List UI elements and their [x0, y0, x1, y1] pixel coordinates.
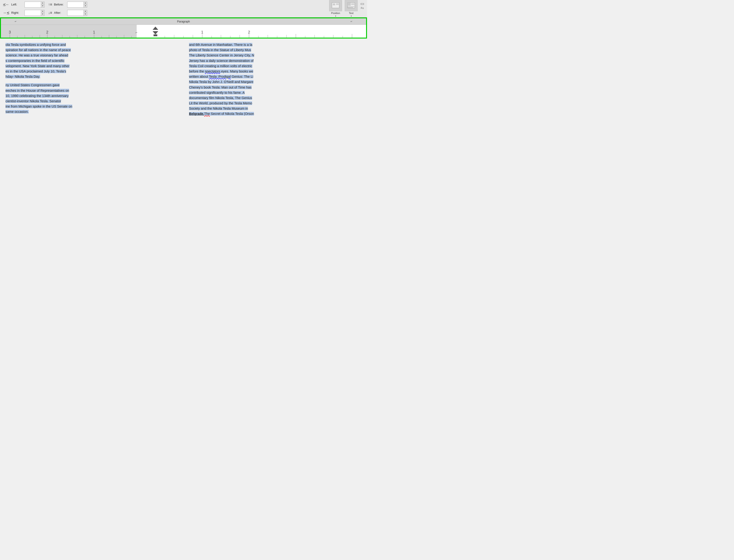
left-selected-text-2: ny United States Congressmen gave eeches… [6, 83, 72, 114]
svg-rect-10 [1, 25, 137, 38]
right-indent-input[interactable]: 0" [25, 10, 41, 16]
indent-group: ≾← Left: 0" ▲ ▼ →≾ Right: 0" ▲ ▼ [3, 1, 44, 17]
after-spacing-up[interactable]: ▲ [84, 10, 87, 13]
after-spacing-row: ↓≡ After: 8 pt ▲ ▼ [48, 9, 87, 17]
svg-text:2: 2 [46, 30, 48, 34]
left-indent-up[interactable]: ▲ [41, 2, 44, 5]
right-para-1: and 6th Avenue in Manhattan. There is a … [189, 42, 361, 117]
doc-right-text: and 6th Avenue in Manhattan. There is a … [189, 42, 361, 117]
before-spacing-icon: ↑≡ [48, 3, 52, 7]
belgrade-text: Belgrade. [189, 112, 204, 116]
before-spacing-input[interactable]: 0 pt [67, 2, 83, 7]
right-indent-spinner-buttons: ▲ ▼ [41, 10, 44, 16]
right-indent-icon: →≾ [3, 11, 9, 15]
position-label: Position [331, 12, 340, 14]
after-spacing-down[interactable]: ▼ [84, 13, 87, 16]
ruler-container: ↵ Paragraph ↵ 3 2 1 [0, 17, 367, 39]
ruler-header-left-arrow: ↵ [15, 20, 17, 23]
spell-check-spectators: spectators [205, 69, 220, 73]
toolbar: ≾← Left: 0" ▲ ▼ →≾ Right: 0" ▲ ▼ [0, 0, 367, 17]
right-indent-down[interactable]: ▼ [41, 13, 44, 16]
before-spacing-down[interactable]: ▼ [84, 5, 87, 7]
after-label: After: [54, 11, 65, 14]
wrap-text-icon-placeholder [345, 0, 358, 11]
forward-object-icon: ▭ [360, 1, 364, 6]
left-para-2: ny United States Congressmen gave eeches… [6, 83, 178, 114]
right-indent-row: →≾ Right: 0" ▲ ▼ [3, 9, 44, 17]
spell-check-tesla-prodigal: Tesla :Prodigal [209, 75, 231, 78]
left-indent-label: Left: [11, 3, 23, 6]
ruler-bar[interactable]: 3 2 1 ⌐ [1, 25, 366, 38]
doc-right-column[interactable]: and 6th Avenue in Manhattan. There is a … [183, 42, 367, 274]
position-icon-placeholder [329, 0, 342, 11]
spell-check-the: The [204, 112, 210, 116]
left-indent-row: ≾← Left: 0" ▲ ▼ [3, 1, 44, 8]
svg-text:3: 3 [9, 30, 11, 34]
left-indent-spinner-buttons: ▲ ▼ [41, 2, 44, 7]
fo-label: Fo [361, 7, 364, 9]
after-spacing-icon: ↓≡ [48, 11, 52, 15]
left-indent-spinner[interactable]: 0" ▲ ▼ [25, 2, 44, 8]
svg-text:1: 1 [93, 30, 95, 34]
svg-rect-5 [348, 3, 351, 6]
left-indent-icon: ≾← [3, 2, 9, 7]
left-indent-input[interactable]: 0" [25, 2, 41, 7]
left-indent-down[interactable]: ▼ [41, 5, 44, 7]
after-spacing-spinner-buttons: ▲ ▼ [83, 10, 87, 16]
svg-text:1: 1 [201, 30, 203, 34]
svg-text:2: 2 [248, 30, 250, 34]
right-selected-text-1: and 6th Avenue in Manhattan. There is a … [189, 43, 254, 116]
svg-text:⌐: ⌐ [136, 30, 137, 34]
svg-rect-35 [153, 34, 157, 36]
doc-left-column[interactable]: ola Tesla symbolizes a unifying force an… [0, 42, 183, 274]
svg-rect-11 [137, 25, 366, 38]
paragraph-label: Paragraph [177, 20, 190, 23]
right-indent-spinner[interactable]: 0" ▲ ▼ [25, 10, 44, 16]
svg-rect-1 [333, 3, 335, 5]
before-spacing-row: ↑≡ Before: 0 pt ▲ ▼ [48, 1, 87, 8]
after-spacing-input[interactable]: 8 pt [67, 10, 83, 16]
ruler-svg: 3 2 1 ⌐ [1, 25, 366, 38]
before-spacing-spinner-buttons: ▲ ▼ [83, 2, 87, 7]
left-selected-text-1: ola Tesla symbolizes a unifying force an… [6, 43, 71, 78]
wrap-text-label: Text [349, 12, 353, 14]
before-spacing-spinner[interactable]: 0 pt ▲ ▼ [67, 2, 87, 8]
before-label: Before: [54, 3, 65, 6]
after-spacing-spinner[interactable]: 8 pt ▲ ▼ [67, 10, 87, 16]
right-indent-label: Right: [11, 11, 23, 14]
before-spacing-up[interactable]: ▲ [84, 2, 87, 5]
ruler-header: ↵ Paragraph ↵ [1, 18, 366, 25]
document-area: ola Tesla symbolizes a unifying force an… [0, 39, 367, 278]
ruler-header-right-arrow: ↵ [350, 20, 352, 23]
left-para-1: ola Tesla symbolizes a unifying force an… [6, 42, 178, 79]
right-indent-up[interactable]: ▲ [41, 10, 44, 13]
spacing-group: ↑≡ Before: 0 pt ▲ ▼ ↓≡ After: 8 pt ▲ ▼ [48, 1, 87, 17]
doc-left-text: ola Tesla symbolizes a unifying force an… [6, 42, 178, 114]
position-wrap-group: Position ▾ Text ▾ ▭ [329, 0, 364, 17]
